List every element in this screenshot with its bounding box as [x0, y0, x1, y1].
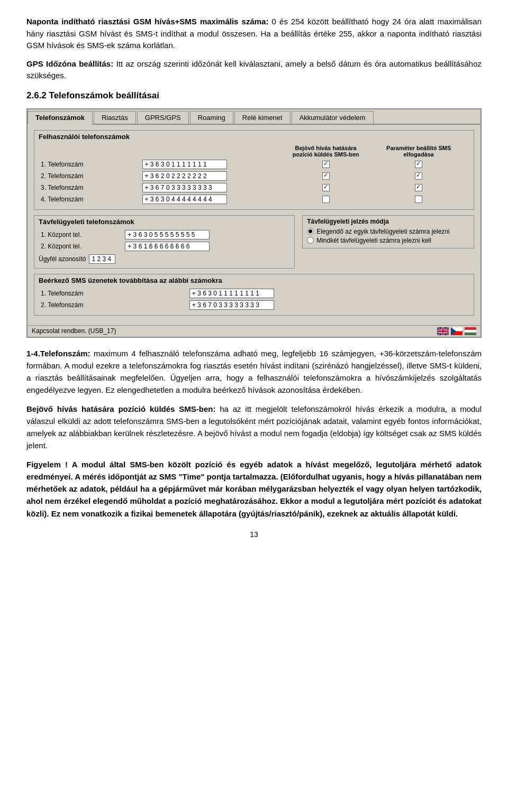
radio-row-1: Elegendő az egyik távfelügyeleti számra … [307, 228, 469, 235]
right-box-title: Távfelügyeleti jelzés módja [307, 218, 469, 225]
checkbox-bejeovo[interactable] [322, 172, 330, 180]
section-title: Telefonszámok beállításai [49, 90, 159, 100]
svg-rect-14 [465, 333, 476, 335]
checkbox-bejeovo[interactable] [322, 184, 330, 191]
flag-hu [465, 327, 476, 335]
svg-rect-8 [437, 330, 449, 332]
para3: Figyelem ! A modul által SMS-ben közölt … [26, 458, 482, 520]
intro-paragraph: Naponta indítható riasztási GSM hívás+SM… [26, 16, 482, 52]
col-header2-line2: elfogadása [403, 151, 433, 158]
phone-label: 1. Telefonszám [39, 159, 140, 170]
svg-rect-13 [465, 330, 476, 333]
phone-input[interactable] [142, 183, 227, 192]
phone-input-cell [140, 182, 284, 193]
beerkezo-group: Beérkező SMS üzenetek továbbítása az alá… [34, 274, 474, 316]
radio-mindket-label: Mindkét távfelügyeleti számra jelezni ke… [316, 237, 431, 244]
svg-rect-12 [465, 327, 476, 330]
tab-telefonszamok[interactable]: Telefonszámok [28, 111, 93, 125]
phone-label: 2. Központ tel. [39, 241, 123, 252]
phone-label: 2. Telefonszám [39, 299, 187, 311]
phone-label: 2. Telefonszám [39, 170, 140, 182]
intro-bold: Naponta indítható riasztási GSM hívás+SM… [26, 17, 268, 26]
dialog-body: Felhasználói telefonszámok Bejövő hívás … [28, 125, 480, 325]
check2-cell [368, 182, 469, 193]
phone-label: 3. Telefonszám [39, 182, 140, 193]
phone-input[interactable] [142, 160, 227, 169]
phone-input[interactable] [125, 242, 210, 251]
para3-bold: Figyelem ! [26, 460, 68, 469]
ugyfel-input[interactable] [89, 254, 115, 264]
gps-title: GPS Időzóna beállítás: [26, 59, 113, 68]
tavfelugyeleti-section: Távfelügyeleti telefonszámok 1. Központ … [34, 215, 474, 274]
radio-mindket[interactable] [307, 237, 314, 244]
table-row: 2. Telefonszám [39, 170, 469, 182]
para3-text-bold: A modul által SMS-ben közölt pozíció és … [26, 460, 482, 518]
check1-cell [284, 182, 368, 193]
table-row: 2. Telefonszám [39, 299, 469, 311]
tavfelugyeleti-group: Távfelügyeleti telefonszámok 1. Központ … [34, 215, 295, 269]
section-number: 2.6.2 [26, 90, 47, 100]
checkbox-parameter[interactable] [415, 172, 422, 180]
table-row: 1. Telefonszám [39, 288, 469, 299]
phone-input-cell [187, 299, 469, 311]
para1-text: maximum 4 felhasználó telefonszáma adhat… [26, 349, 482, 395]
tab-akkumulator[interactable]: Akkumulátor védelem [292, 111, 374, 124]
para2-bold: Bejövő hívás hatására pozíció küldés SMS… [26, 404, 215, 413]
ugyfel-label: Ügyfél azonosító [39, 255, 86, 263]
phone-input[interactable] [125, 230, 210, 239]
phone-input[interactable] [189, 300, 274, 310]
checkbox-parameter[interactable] [415, 161, 422, 168]
phone-input-cell [187, 288, 469, 299]
col-header1-line2: pozíció küldés SMS-ben [293, 151, 359, 158]
tab-roaming[interactable]: Roaming [190, 111, 233, 124]
col-header2-line1: Paraméter beállító SMS [386, 145, 451, 151]
tab-riasztas[interactable]: Riasztás [94, 111, 136, 124]
gps-section: GPS Időzóna beállítás: Itt az ország sze… [26, 58, 482, 82]
tavfelugyeleti-table: 1. Központ tel. 2. Központ tel. [39, 229, 290, 252]
checkbox-bejeovo[interactable] [322, 161, 330, 168]
table-row: 1. Központ tel. [39, 229, 290, 241]
radio-elegendo[interactable] [307, 228, 314, 235]
tavfelugyeleti-title: Távfelügyeleti telefonszámok [39, 218, 290, 226]
check1-cell [284, 193, 368, 205]
dialog-window: Telefonszámok Riasztás GPRS/GPS Roaming … [26, 108, 482, 338]
felhasznaloi-group: Felhasználói telefonszámok Bejövő hívás … [34, 130, 474, 210]
tavfelugyeleti-right-panel: Távfelügyeleti jelzés módja Elegendő az … [298, 215, 474, 274]
tab-relekimenet[interactable]: Relé kimenet [234, 111, 291, 124]
radio-elegendo-label: Elegendő az egyik távfelügyeleti számra … [316, 228, 449, 235]
section-heading: 2.6.2 Telefonszámok beállításai [26, 90, 482, 101]
para1: 1-4.Telefonszám: maximum 4 felhasználó t… [26, 347, 482, 396]
beerkezo-table: 1. Telefonszám 2. Telefonszám [39, 288, 469, 311]
check2-cell [368, 170, 469, 182]
status-bar: Kapcsolat rendben. (USB_17) [28, 325, 480, 337]
felhasznaloi-table: Bejövő hívás hatására pozíció küldés SMS… [39, 144, 469, 205]
flag-icons [437, 327, 476, 335]
bottom-paragraphs: 1-4.Telefonszám: maximum 4 felhasználó t… [26, 347, 482, 520]
phone-label: 1. Központ tel. [39, 229, 123, 241]
table-row: 3. Telefonszám [39, 182, 469, 193]
check1-cell [284, 159, 368, 170]
checkbox-bejeovo[interactable] [322, 196, 330, 203]
checkbox-parameter[interactable] [415, 184, 422, 191]
phone-label: 1. Telefonszám [39, 288, 187, 299]
phone-input[interactable] [142, 171, 227, 181]
status-text: Kapcsolat rendben. (USB_17) [32, 327, 116, 335]
phone-input-cell [123, 241, 290, 252]
phone-input-cell [140, 193, 284, 205]
page-number: 13 [26, 530, 482, 539]
check2-cell [368, 193, 469, 205]
para1-bold: 1-4.Telefonszám: [26, 349, 90, 358]
phone-input-cell [140, 159, 284, 170]
tavfelugyeleti-left: Távfelügyeleti telefonszámok 1. Központ … [34, 215, 298, 274]
tab-gprsgps[interactable]: GPRS/GPS [137, 111, 189, 124]
phone-input-cell [140, 170, 284, 182]
table-row: 2. Központ tel. [39, 241, 290, 252]
ugyfel-row: Ügyfél azonosító [39, 254, 290, 264]
phone-input-cell [123, 229, 290, 241]
phone-input[interactable] [142, 195, 227, 204]
phone-input[interactable] [189, 289, 274, 298]
para2: Bejövő hívás hatására pozíció küldés SMS… [26, 403, 482, 452]
table-row: 4. Telefonszám [39, 193, 469, 205]
checkbox-parameter[interactable] [415, 196, 422, 203]
dialog-tabs: Telefonszámok Riasztás GPRS/GPS Roaming … [28, 109, 480, 125]
